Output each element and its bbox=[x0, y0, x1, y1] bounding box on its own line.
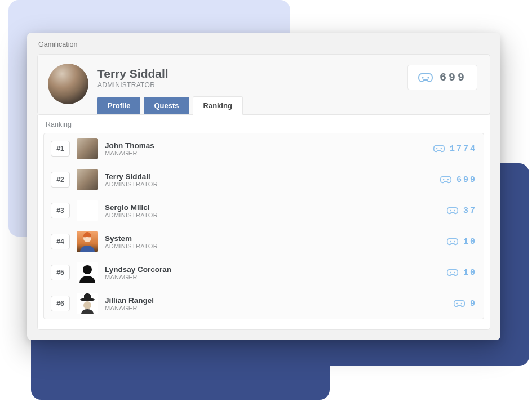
rank-info: Lyndsay Corcoran MANAGER bbox=[105, 265, 440, 280]
tab-quests[interactable]: Quests bbox=[144, 97, 189, 114]
svg-point-13 bbox=[454, 272, 455, 273]
controller-icon bbox=[433, 145, 445, 153]
rank-role: MANAGER bbox=[105, 150, 426, 157]
rank-info: John Thomas MANAGER bbox=[105, 141, 426, 157]
rank-score-value: 37 bbox=[463, 206, 477, 216]
ranking-row[interactable]: #6 Jillian Rangel MANAGER 9 bbox=[44, 288, 484, 319]
rank-info: Terry Siddall ADMINISTRATOR bbox=[105, 172, 433, 188]
controller-icon bbox=[446, 238, 459, 246]
rank-score: 10 bbox=[446, 268, 477, 278]
rank-role: ADMINISTRATOR bbox=[105, 181, 433, 188]
svg-point-16 bbox=[456, 303, 458, 304]
rank-score-value: 699 bbox=[456, 175, 477, 185]
rank-role: ADMINISTRATOR bbox=[105, 212, 440, 218]
profile-score-value: 699 bbox=[440, 71, 467, 84]
profile-tabs: Profile Quests Ranking bbox=[97, 96, 480, 114]
rank-score: 699 bbox=[440, 175, 477, 185]
svg-point-2 bbox=[436, 148, 437, 149]
svg-point-7 bbox=[454, 210, 455, 211]
rank-name: Jillian Rangel bbox=[105, 296, 446, 305]
rank-avatar bbox=[77, 169, 98, 190]
rank-score: 9 bbox=[453, 299, 477, 309]
rank-score: 1774 bbox=[433, 144, 477, 154]
rank-score-value: 10 bbox=[463, 237, 477, 247]
tab-ranking[interactable]: Ranking bbox=[193, 96, 243, 115]
ranking-row[interactable]: #3 Sergio Milici ADMINISTRATOR 37 bbox=[44, 195, 484, 226]
svg-point-5 bbox=[447, 179, 449, 180]
controller-icon bbox=[440, 176, 452, 184]
svg-point-1 bbox=[427, 77, 429, 78]
rank-avatar bbox=[77, 200, 98, 221]
rank-score: 37 bbox=[446, 206, 477, 216]
profile-score-badge: 699 bbox=[407, 65, 477, 90]
rank-role: ADMINISTRATOR bbox=[105, 243, 440, 249]
rank-name: System bbox=[105, 234, 440, 243]
profile-panel: Terry Siddall ADMINISTRATOR Profile Ques… bbox=[37, 54, 490, 115]
svg-point-10 bbox=[454, 241, 455, 242]
rank-badge: #2 bbox=[51, 172, 70, 188]
rank-badge: #3 bbox=[51, 203, 70, 218]
svg-point-17 bbox=[461, 303, 462, 304]
rank-score-value: 10 bbox=[463, 268, 477, 278]
ranking-row[interactable]: #5 Lyndsay Corcoran MANAGER 10 bbox=[44, 257, 484, 288]
rank-name: John Thomas bbox=[105, 141, 426, 150]
tab-profile[interactable]: Profile bbox=[97, 97, 140, 114]
controller-icon bbox=[418, 73, 433, 83]
rank-avatar bbox=[77, 262, 98, 283]
rank-badge: #4 bbox=[51, 234, 70, 249]
ranking-row[interactable]: #1 John Thomas MANAGER 1774 bbox=[44, 133, 484, 164]
controller-icon bbox=[453, 300, 466, 307]
svg-point-3 bbox=[441, 148, 442, 149]
rank-role: MANAGER bbox=[105, 305, 446, 311]
svg-point-15 bbox=[83, 301, 91, 309]
ranking-row[interactable]: #2 Terry Siddall ADMINISTRATOR 699 bbox=[44, 164, 484, 195]
svg-point-4 bbox=[443, 179, 444, 180]
rank-role: MANAGER bbox=[105, 274, 440, 280]
controller-icon bbox=[446, 269, 459, 276]
rank-name: Sergio Milici bbox=[105, 203, 440, 212]
rank-badge: #5 bbox=[51, 265, 70, 280]
rank-score: 10 bbox=[446, 237, 477, 247]
rank-score-value: 1774 bbox=[450, 144, 477, 154]
svg-point-0 bbox=[422, 77, 423, 78]
rank-badge: #6 bbox=[51, 296, 70, 311]
svg-point-11 bbox=[83, 265, 92, 274]
profile-avatar[interactable] bbox=[48, 64, 88, 104]
ranking-row[interactable]: #4 System ADMINISTRATOR 10 bbox=[44, 226, 484, 257]
rank-info: Jillian Rangel MANAGER bbox=[105, 296, 446, 311]
window-title: Gamification bbox=[27, 33, 500, 54]
svg-point-9 bbox=[450, 241, 451, 242]
svg-point-6 bbox=[450, 210, 451, 211]
rank-avatar bbox=[77, 138, 98, 159]
svg-point-12 bbox=[450, 272, 451, 273]
rank-name: Lyndsay Corcoran bbox=[105, 265, 440, 274]
rank-avatar bbox=[77, 293, 98, 314]
ranking-list: #1 John Thomas MANAGER 1774 #2 Terry Sid… bbox=[43, 133, 484, 319]
controller-icon bbox=[446, 207, 459, 215]
rank-name: Terry Siddall bbox=[105, 172, 433, 181]
rank-badge: #1 bbox=[51, 141, 70, 157]
rank-info: System ADMINISTRATOR bbox=[105, 234, 440, 249]
rank-score-value: 9 bbox=[470, 299, 477, 309]
ranking-heading: Ranking bbox=[38, 115, 490, 133]
rank-info: Sergio Milici ADMINISTRATOR bbox=[105, 203, 440, 218]
ranking-section: Ranking #1 John Thomas MANAGER 1774 #2 T… bbox=[37, 115, 490, 330]
gamification-window: Gamification Terry Siddall ADMINISTRATOR… bbox=[27, 33, 500, 340]
rank-avatar bbox=[77, 231, 98, 252]
